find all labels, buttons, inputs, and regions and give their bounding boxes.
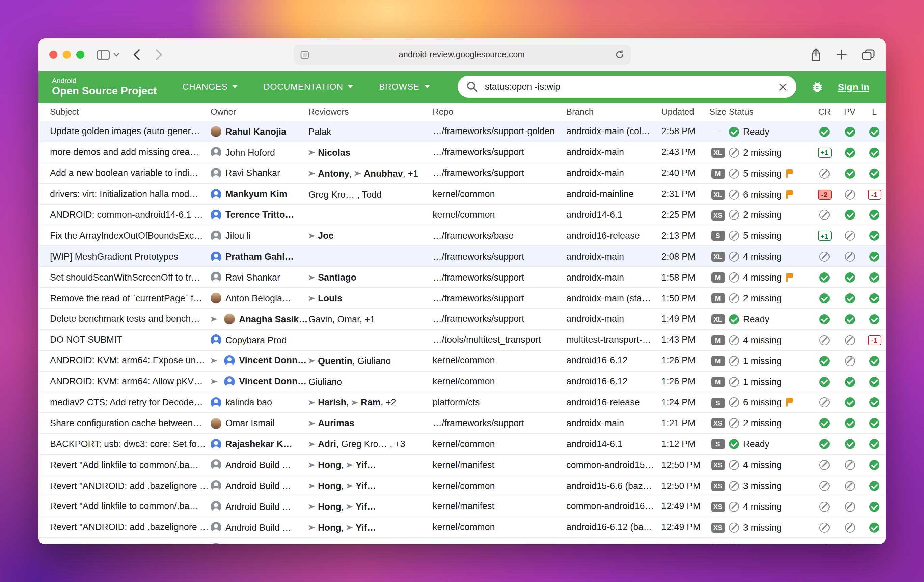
page-settings-icon[interactable] xyxy=(300,50,309,59)
owner-cell[interactable]: Anagha Sasik… xyxy=(211,309,309,329)
repo-cell[interactable]: …/frameworks/support xyxy=(432,413,566,434)
repo-cell[interactable]: …/frameworks/support xyxy=(432,246,566,267)
table-row[interactable]: BACKPORT: usb: dwc3: core: Set fo…Rajash… xyxy=(38,434,886,455)
table-row[interactable]: Expose minimal set of Profile Cons…Yuri … xyxy=(38,538,886,544)
table-row[interactable]: Revert "ANDROID: add .bazelignore …Andro… xyxy=(38,517,886,538)
subject-cell[interactable]: more demos and add missing crea… xyxy=(38,142,211,163)
subject-cell[interactable]: Share configuration cache between… xyxy=(38,413,211,434)
share-icon[interactable] xyxy=(810,48,822,61)
subject-cell[interactable]: Expose minimal set of Profile Cons… xyxy=(38,538,211,544)
reviewers-cell[interactable]: Aurimas xyxy=(309,413,432,434)
branch-cell[interactable]: android14-6.1 xyxy=(566,204,662,225)
reviewers-cell[interactable]: Hong, Yif… xyxy=(309,496,432,517)
repo-cell[interactable]: kernel/common xyxy=(432,350,566,371)
reviewers-cell[interactable]: Hong, Yif… xyxy=(309,475,432,496)
reviewers-cell[interactable]: Adri, Greg Kro… , +3 xyxy=(309,434,432,455)
repo-cell[interactable]: …/frameworks/support-golden xyxy=(432,121,566,142)
owner-cell[interactable]: Jilou li xyxy=(211,225,309,246)
branch-cell[interactable]: android16-release xyxy=(566,392,662,413)
owner-cell[interactable]: Terence Tritto… xyxy=(211,204,309,225)
new-tab-icon[interactable] xyxy=(836,49,847,60)
branch-cell[interactable]: common-android15… xyxy=(566,455,662,475)
reviewers-cell[interactable]: Harish, Ram, +2 xyxy=(309,392,432,413)
subject-cell[interactable]: Add a new boolean variable to indi… xyxy=(38,163,211,184)
branch-cell[interactable]: android16-6.12 xyxy=(566,350,662,371)
repo-cell[interactable]: kernel/common xyxy=(432,475,566,496)
repo-cell[interactable]: kernel/common xyxy=(432,183,566,204)
subject-cell[interactable]: Update golden images (auto-gener… xyxy=(38,121,211,142)
zoom-button[interactable] xyxy=(76,51,84,59)
branch-cell[interactable]: androidx-main xyxy=(566,267,662,288)
address-bar[interactable]: android-review.googlesource.com xyxy=(293,44,631,65)
owner-cell[interactable]: Omar Ismail xyxy=(211,413,309,434)
branch-cell[interactable]: androidx-main (col… xyxy=(566,121,662,142)
table-row[interactable]: ANDROID: KVM: arm64: Expose un…Vincent D… xyxy=(38,350,886,371)
nav-changes[interactable]: CHANGES xyxy=(182,82,238,92)
table-row[interactable]: Fix the ArrayIndexOutOfBoundsExc…Jilou l… xyxy=(38,225,886,246)
reviewers-cell[interactable]: Adam, Nicolas xyxy=(309,538,432,544)
table-row[interactable]: Remove the read of `currentPage` f…Anton… xyxy=(38,288,886,309)
owner-cell[interactable]: Ravi Shankar xyxy=(211,267,309,288)
subject-cell[interactable]: DO NOT SUBMIT xyxy=(38,329,211,350)
repo-cell[interactable]: …/frameworks/support xyxy=(432,538,566,544)
subject-cell[interactable]: ANDROID: KVM: arm64: Allow pKV… xyxy=(38,371,211,392)
reviewers-cell[interactable]: Quentin, Giuliano xyxy=(309,350,432,371)
subject-cell[interactable]: ANDROID: KVM: arm64: Expose un… xyxy=(38,350,211,371)
repo-cell[interactable]: …/frameworks/support xyxy=(432,267,566,288)
branch-cell[interactable]: androidx-main xyxy=(566,142,662,163)
reviewers-cell[interactable] xyxy=(309,246,432,267)
owner-cell[interactable]: Android Build … xyxy=(211,496,309,517)
branch-cell[interactable]: multitest-transport-… xyxy=(566,329,662,350)
table-row[interactable]: Update golden images (auto-gener…Rahul K… xyxy=(38,121,886,142)
search-input[interactable]: status:open -is:wip xyxy=(458,76,797,98)
reviewers-cell[interactable] xyxy=(309,204,432,225)
subject-cell[interactable]: mediav2 CTS: Add retry for Decode… xyxy=(38,392,211,413)
owner-cell[interactable]: Vincent Donn… xyxy=(211,350,309,371)
close-button[interactable] xyxy=(49,51,58,59)
owner-cell[interactable]: kalinda bao xyxy=(211,392,309,413)
tab-overview-icon[interactable] xyxy=(862,49,875,60)
reviewers-cell[interactable] xyxy=(309,329,432,350)
subject-cell[interactable]: Revert "ANDROID: add .bazelignore … xyxy=(38,475,211,496)
nav-browse[interactable]: BROWSE xyxy=(379,82,430,92)
table-row[interactable]: DO NOT SUBMITCopybara Prod…/tools/multit… xyxy=(38,329,886,350)
table-row[interactable]: Share configuration cache between…Omar I… xyxy=(38,413,886,434)
subject-cell[interactable]: drivers: virt: Initialization halla mod… xyxy=(38,183,211,204)
repo-cell[interactable]: kernel/manifest xyxy=(432,496,566,517)
back-button[interactable] xyxy=(133,49,140,61)
reviewers-cell[interactable]: Santiago xyxy=(309,267,432,288)
subject-cell[interactable]: [WIP] MeshGradient Prototypes xyxy=(38,246,211,267)
repo-cell[interactable]: kernel/manifest xyxy=(432,455,566,475)
table-row[interactable]: [WIP] MeshGradient PrototypesPratham Gah… xyxy=(38,246,886,267)
repo-cell[interactable]: …/frameworks/support xyxy=(432,288,566,309)
nav-documentation[interactable]: DOCUMENTATION xyxy=(264,82,353,92)
reviewers-cell[interactable]: Hong, Yif… xyxy=(309,455,432,475)
table-row[interactable]: Set shouldScanWithScreenOff to tr…Ravi S… xyxy=(38,267,886,288)
reviewers-cell[interactable]: Antony, Anubhav, +1 xyxy=(309,163,432,184)
branch-cell[interactable]: common-android16… xyxy=(566,496,662,517)
owner-cell[interactable]: Ravi Shankar xyxy=(211,163,309,184)
table-row[interactable]: Delete benchmark tests and bench…Anagha … xyxy=(38,309,886,329)
table-row[interactable]: ANDROID: KVM: arm64: Allow pKV…Vincent D… xyxy=(38,371,886,392)
subject-cell[interactable]: BACKPORT: usb: dwc3: core: Set fo… xyxy=(38,434,211,455)
reviewers-cell[interactable]: Gavin, Omar, +1 xyxy=(309,309,432,329)
branch-cell[interactable]: androidx-main (sta… xyxy=(566,288,662,309)
subject-cell[interactable]: ANDROID: common-android14-6.1 … xyxy=(38,204,211,225)
table-row[interactable]: Add a new boolean variable to indi…Ravi … xyxy=(38,163,886,184)
branch-cell[interactable]: android16-6.12 xyxy=(566,371,662,392)
repo-cell[interactable]: kernel/common xyxy=(432,371,566,392)
reviewers-cell[interactable]: Giuliano xyxy=(309,371,432,392)
reviewers-cell[interactable]: Nicolas xyxy=(309,142,432,163)
repo-cell[interactable]: kernel/common xyxy=(432,434,566,455)
table-row[interactable]: more demos and add missing crea…John Hof… xyxy=(38,142,886,163)
table-row[interactable]: Revert "Add linkfile to common/.ba…Andro… xyxy=(38,455,886,475)
owner-cell[interactable]: Android Build … xyxy=(211,517,309,538)
reviewers-cell[interactable]: Joe xyxy=(309,225,432,246)
repo-cell[interactable]: …/tools/multitest_transport xyxy=(432,329,566,350)
reviewers-cell[interactable]: Louis xyxy=(309,288,432,309)
subject-cell[interactable]: Remove the read of `currentPage` f… xyxy=(38,288,211,309)
owner-cell[interactable]: Android Build … xyxy=(211,455,309,475)
owner-cell[interactable]: Android Build … xyxy=(211,475,309,496)
subject-cell[interactable]: Set shouldScanWithScreenOff to tr… xyxy=(38,267,211,288)
reviewers-cell[interactable]: Greg Kro… , Todd xyxy=(309,183,432,204)
